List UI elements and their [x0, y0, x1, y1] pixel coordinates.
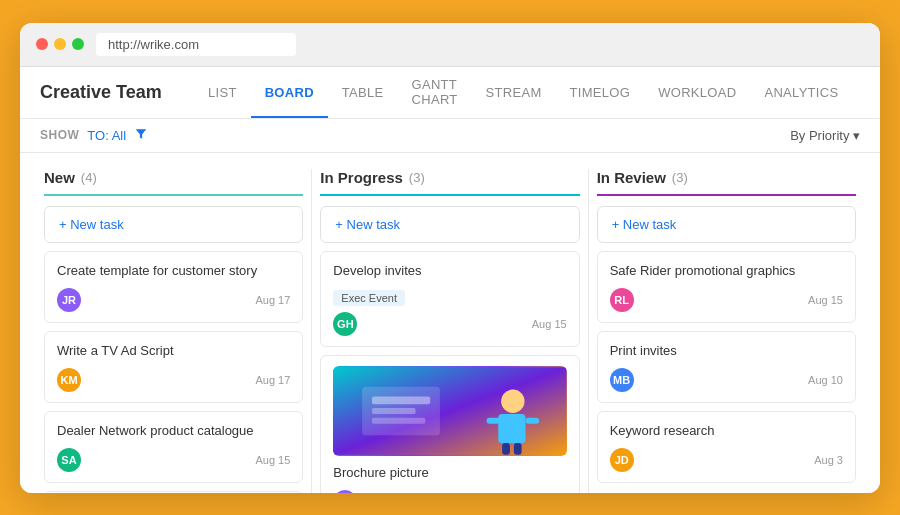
task-date: Aug 3: [814, 454, 843, 466]
task-footer: RL Aug 15: [610, 288, 843, 312]
avatar: JD: [610, 448, 634, 472]
task-card-develop-invites[interactable]: Develop invites Exec Event GH Aug 15: [320, 251, 579, 347]
task-title: Create template for customer story: [57, 262, 290, 280]
task-footer: TK Aug 17: [333, 490, 566, 493]
column-title-inprogress: In Progress: [320, 169, 403, 186]
new-task-btn-inprogress[interactable]: + New task: [320, 206, 579, 243]
column-header-inprogress: In Progress (3): [320, 169, 579, 196]
app-header: Creative Team LIST BOARD TABLE GANTT CHA…: [20, 67, 880, 119]
task-image: [333, 366, 566, 456]
nav-tabs: LIST BOARD TABLE GANTT CHART STREAM TIME…: [194, 66, 852, 118]
svg-rect-3: [372, 408, 416, 414]
avatar: JR: [57, 288, 81, 312]
task-title: Safe Rider promotional graphics: [610, 262, 843, 280]
tab-timelog[interactable]: TIMELOG: [556, 66, 645, 118]
app-title: Creative Team: [40, 82, 170, 103]
browser-dots: [36, 38, 84, 50]
column-inprogress: In Progress (3) + New task Develop invit…: [312, 169, 587, 493]
task-title: Develop invites: [333, 262, 566, 280]
column-title-new: New: [44, 169, 75, 186]
header-actions: ⋮: [876, 78, 880, 106]
task-footer: JD Aug 3: [610, 448, 843, 472]
task-card[interactable]: Create template for customer story JR Au…: [44, 251, 303, 323]
task-footer: SA Aug 15: [57, 448, 290, 472]
task-date: Aug 15: [808, 294, 843, 306]
column-count-inprogress: (3): [409, 170, 425, 185]
avatar: GH: [333, 312, 357, 336]
column-header-inreview: In Review (3): [597, 169, 856, 196]
task-card[interactable]: Community Bank video short PL Aug 10: [44, 491, 303, 492]
svg-rect-6: [499, 414, 526, 443]
task-footer: JR Aug 17: [57, 288, 290, 312]
task-card-keyword-research[interactable]: Keyword research JD Aug 3: [597, 411, 856, 483]
task-title: Dealer Network product catalogue: [57, 422, 290, 440]
browser-window: http://wrike.com Creative Team LIST BOAR…: [20, 23, 880, 493]
new-task-btn-new[interactable]: + New task: [44, 206, 303, 243]
task-date: Aug 15: [532, 318, 567, 330]
task-card-safe-rider[interactable]: Safe Rider promotional graphics RL Aug 1…: [597, 251, 856, 323]
task-title: Print invites: [610, 342, 843, 360]
filter-icon[interactable]: [134, 127, 148, 144]
avatar: SA: [57, 448, 81, 472]
svg-rect-7: [487, 417, 501, 423]
column-new: New (4) + New task Create template for c…: [36, 169, 311, 493]
task-card[interactable]: Dealer Network product catalogue SA Aug …: [44, 411, 303, 483]
svg-rect-8: [526, 417, 540, 423]
task-footer: GH Aug 15: [333, 312, 566, 336]
new-task-btn-inreview[interactable]: + New task: [597, 206, 856, 243]
task-card-brochure[interactable]: Brochure picture TK Aug 17: [320, 355, 579, 493]
avatar: KM: [57, 368, 81, 392]
to-all-filter[interactable]: TO: All: [87, 128, 126, 143]
svg-rect-9: [502, 443, 510, 455]
task-card[interactable]: Write a TV Ad Script KM Aug 17: [44, 331, 303, 403]
task-title: Brochure picture: [333, 464, 566, 482]
column-count-inreview: (3): [672, 170, 688, 185]
dot-yellow[interactable]: [54, 38, 66, 50]
task-footer: MB Aug 10: [610, 368, 843, 392]
browser-url[interactable]: http://wrike.com: [96, 33, 296, 56]
board-content: New (4) + New task Create template for c…: [20, 153, 880, 493]
svg-rect-10: [514, 443, 522, 455]
tab-list[interactable]: LIST: [194, 66, 251, 118]
task-footer: KM Aug 17: [57, 368, 290, 392]
tab-analytics[interactable]: ANALYTICS: [750, 66, 852, 118]
svg-rect-2: [372, 396, 430, 404]
column-title-inreview: In Review: [597, 169, 666, 186]
column-inreview: In Review (3) + New task Safe Rider prom…: [589, 169, 864, 493]
task-date: Aug 17: [255, 294, 290, 306]
tab-workload[interactable]: WORKLOAD: [644, 66, 750, 118]
task-date: Aug 15: [255, 454, 290, 466]
by-priority-dropdown[interactable]: By Priority ▾: [790, 128, 860, 143]
column-count-new: (4): [81, 170, 97, 185]
avatar: TK: [333, 490, 357, 493]
task-date: Aug 10: [808, 374, 843, 386]
task-tag: Exec Event: [333, 290, 405, 306]
notifications-icon[interactable]: [876, 78, 880, 106]
svg-rect-4: [372, 417, 425, 423]
task-date: Aug 17: [255, 374, 290, 386]
columns-wrapper: New (4) + New task Create template for c…: [36, 169, 864, 493]
filter-bar: SHOW TO: All By Priority ▾: [20, 119, 880, 153]
show-label: SHOW: [40, 128, 79, 142]
tab-board[interactable]: BOARD: [251, 66, 328, 118]
browser-chrome: http://wrike.com: [20, 23, 880, 67]
task-title: Write a TV Ad Script: [57, 342, 290, 360]
avatar: RL: [610, 288, 634, 312]
column-header-new: New (4): [44, 169, 303, 196]
task-card-print-invites[interactable]: Print invites MB Aug 10: [597, 331, 856, 403]
dot-red[interactable]: [36, 38, 48, 50]
tab-gantt-chart[interactable]: GANTT CHART: [398, 66, 472, 118]
tab-stream[interactable]: STREAM: [472, 66, 556, 118]
dot-green[interactable]: [72, 38, 84, 50]
task-title: Keyword research: [610, 422, 843, 440]
tab-table[interactable]: TABLE: [328, 66, 398, 118]
avatar: MB: [610, 368, 634, 392]
svg-point-5: [502, 389, 525, 412]
